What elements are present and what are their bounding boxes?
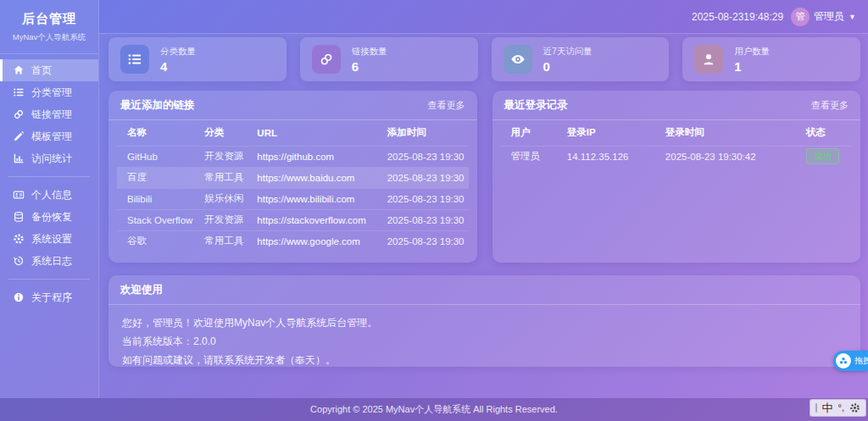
sidebar-item-label: 备份恢复 <box>31 210 72 224</box>
sidebar-item-profile[interactable]: 个人信息 <box>0 184 98 206</box>
link-name: 谷歌 <box>117 230 194 252</box>
brand-subtitle: MyNav个人导航系统 <box>3 32 95 43</box>
sidebar-item-templates[interactable]: 模板管理 <box>0 125 98 147</box>
recent-logins-panel: 最近登录记录 查看更多 用户 登录IP 登录时间 状态 <box>492 91 861 263</box>
table-row[interactable]: Bilibili 娱乐休闲 https://www.bilibili.com 2… <box>117 188 469 209</box>
brand: 后台管理 MyNav个人导航系统 <box>0 0 98 54</box>
ime-punctuation-toggle[interactable]: °, <box>838 403 844 413</box>
column-header: 用户 <box>501 120 557 146</box>
avatar: 管 <box>791 8 810 26</box>
sidebar-item-label: 系统日志 <box>31 254 72 269</box>
status-badge: 成功 <box>806 148 839 164</box>
table-row[interactable]: 百度 常用工具 https://www.baidu.com 2025-08-23… <box>117 167 469 188</box>
login-status: 成功 <box>796 146 852 167</box>
stat-row: 分类数量 4 链接数量 6 近7天访问量 0 <box>108 37 860 81</box>
stat-value: 4 <box>160 59 196 74</box>
sidebar-divider <box>8 176 90 177</box>
link-name: 百度 <box>117 167 194 188</box>
ime-settings-gear-icon[interactable] <box>849 402 860 413</box>
welcome-line: 您好，管理员！欢迎使用MyNav个人导航系统后台管理。 <box>122 313 847 332</box>
floating-drag-widget[interactable]: 拖拽到 <box>833 351 868 371</box>
view-more-link[interactable]: 查看更多 <box>428 99 465 112</box>
stat-info: 分类数量 4 <box>160 46 196 74</box>
link-time: 2025-08-23 19:30 <box>377 188 469 209</box>
link-name: GitHub <box>117 146 194 167</box>
sidebar-item-label: 访问统计 <box>31 152 72 166</box>
link-name: Bilibili <box>117 188 194 209</box>
copyright-text: Copyright © 2025 MyNav个人导航系统 All Rights … <box>310 403 558 416</box>
sidebar-item-label: 关于程序 <box>31 291 72 305</box>
stat-info: 近7天访问量 0 <box>543 46 593 74</box>
drag-handle[interactable] <box>815 403 817 413</box>
recent-links-table: 名称 分类 URL 添加时间 GitHub 开发资源 https://githu… <box>117 120 469 252</box>
list-icon <box>120 45 149 74</box>
home-icon <box>13 64 25 76</box>
link-category: 常用工具 <box>194 167 247 188</box>
eye-icon <box>504 45 532 74</box>
tri-dots-logo-icon <box>836 353 851 368</box>
sidebar-item-about[interactable]: 关于程序 <box>0 286 98 308</box>
table-header-row: 名称 分类 URL 添加时间 <box>117 120 469 146</box>
id-card-icon <box>13 189 25 201</box>
welcome-line: 如有问题或建议，请联系系统开发者（奉天）。 <box>122 351 847 367</box>
sidebar-item-backup[interactable]: 备份恢复 <box>0 206 98 228</box>
brand-title: 后台管理 <box>3 11 95 27</box>
stat-label: 近7天访问量 <box>543 46 593 58</box>
sidebar: 后台管理 MyNav个人导航系统 首页 分类管理 链接管理 模板管理 访问统计 … <box>0 0 99 398</box>
panel-header: 最近登录记录 查看更多 <box>492 91 861 120</box>
stat-value: 6 <box>352 59 387 74</box>
stat-card-users: 用户数量 1 <box>682 37 860 81</box>
link-category: 开发资源 <box>194 209 247 230</box>
stat-value: 1 <box>734 59 770 74</box>
sidebar-item-label: 系统设置 <box>31 232 72 247</box>
stat-value: 0 <box>543 59 593 74</box>
sidebar-item-settings[interactable]: 系统设置 <box>0 228 98 250</box>
column-header: 状态 <box>796 120 852 146</box>
link-url: https://github.com <box>247 146 376 167</box>
column-header: 分类 <box>194 120 247 146</box>
view-more-link[interactable]: 查看更多 <box>811 99 849 112</box>
main-area: 2025-08-2319:48:29 管 管理员 ▼ 分类数量 4 链接数量 6 <box>99 0 868 398</box>
sidebar-item-label: 首页 <box>31 64 52 78</box>
recent-logins-table: 用户 登录IP 登录时间 状态 管理员 14.112.35.126 2025-0… <box>501 120 853 167</box>
column-header: URL <box>247 120 376 146</box>
table-row[interactable]: Stack Overflow 开发资源 https://stackoverflo… <box>117 209 469 230</box>
link-name: Stack Overflow <box>117 209 194 230</box>
panel-title: 欢迎使用 <box>120 283 163 297</box>
sidebar-item-categories[interactable]: 分类管理 <box>0 81 98 103</box>
sidebar-item-statistics[interactable]: 访问统计 <box>0 147 98 169</box>
table-header-row: 用户 登录IP 登录时间 状态 <box>501 120 853 146</box>
link-time: 2025-08-23 19:30 <box>377 167 469 188</box>
footer: Copyright © 2025 MyNav个人导航系统 All Rights … <box>0 398 868 421</box>
sidebar-item-links[interactable]: 链接管理 <box>0 103 98 125</box>
login-ip: 14.112.35.126 <box>557 146 655 167</box>
link-category: 开发资源 <box>194 146 247 167</box>
list-icon <box>13 86 25 98</box>
login-time: 2025-08-23 19:30:42 <box>655 146 796 167</box>
sidebar-item-logs[interactable]: 系统日志 <box>0 250 98 272</box>
ime-language-toggle[interactable]: 中 <box>822 402 833 413</box>
login-user: 管理员 <box>501 146 557 167</box>
user-icon <box>694 45 723 74</box>
column-header: 登录IP <box>557 120 655 146</box>
chart-icon <box>13 152 25 164</box>
table-row: 管理员 14.112.35.126 2025-08-23 19:30:42 成功 <box>501 146 853 167</box>
panel-header: 最近添加的链接 查看更多 <box>108 91 477 120</box>
stat-card-categories: 分类数量 4 <box>108 37 287 81</box>
recent-links-panel: 最近添加的链接 查看更多 名称 分类 URL 添加时间 <box>108 91 477 263</box>
gear-icon <box>13 233 25 245</box>
stat-label: 用户数量 <box>734 46 770 58</box>
sidebar-item-home[interactable]: 首页 <box>0 59 98 81</box>
info-icon <box>13 291 25 303</box>
datetime-label: 2025-08-2319:48:29 <box>692 11 783 23</box>
sidebar-nav: 首页 分类管理 链接管理 模板管理 访问统计 个人信息 备份恢复 系 <box>0 54 98 308</box>
panel-title: 最近添加的链接 <box>120 98 195 113</box>
table-row[interactable]: GitHub 开发资源 https://github.com 2025-08-2… <box>117 146 469 167</box>
stat-info: 链接数量 6 <box>352 46 387 74</box>
user-menu[interactable]: 管 管理员 ▼ <box>791 8 856 26</box>
ime-toolbar[interactable]: 中 °, <box>810 399 866 417</box>
stat-info: 用户数量 1 <box>734 46 770 74</box>
link-url: https://www.google.com <box>247 230 376 252</box>
table-row[interactable]: 谷歌 常用工具 https://www.google.com 2025-08-2… <box>117 230 469 252</box>
sidebar-item-label: 分类管理 <box>31 86 72 100</box>
